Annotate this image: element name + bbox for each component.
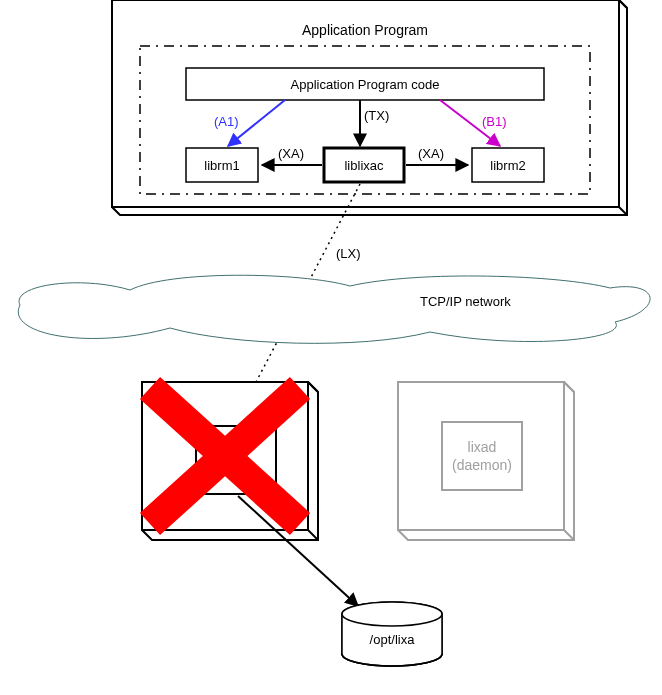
network-label: TCP/IP network bbox=[420, 294, 511, 309]
liblixac-label: liblixac bbox=[344, 158, 384, 173]
svg-point-24 bbox=[342, 602, 442, 626]
xa-left-label: (XA) bbox=[278, 146, 304, 161]
librm1-label: librm1 bbox=[204, 158, 239, 173]
librm2-label: librm2 bbox=[490, 158, 525, 173]
tx-label: (TX) bbox=[364, 108, 389, 123]
svg-rect-15 bbox=[442, 422, 522, 490]
a1-label: (A1) bbox=[214, 114, 239, 129]
b1-label: (B1) bbox=[482, 114, 507, 129]
lixad-label-1: lixad bbox=[468, 439, 497, 455]
network-cloud bbox=[18, 275, 650, 343]
xa-right-label: (XA) bbox=[418, 146, 444, 161]
disk-label: /opt/lixa bbox=[370, 632, 416, 647]
app-title: Application Program bbox=[302, 22, 428, 38]
lixad-label-2: (daemon) bbox=[452, 457, 512, 473]
lx-label: (LX) bbox=[336, 246, 361, 261]
app-code-label: Application Program code bbox=[291, 77, 440, 92]
